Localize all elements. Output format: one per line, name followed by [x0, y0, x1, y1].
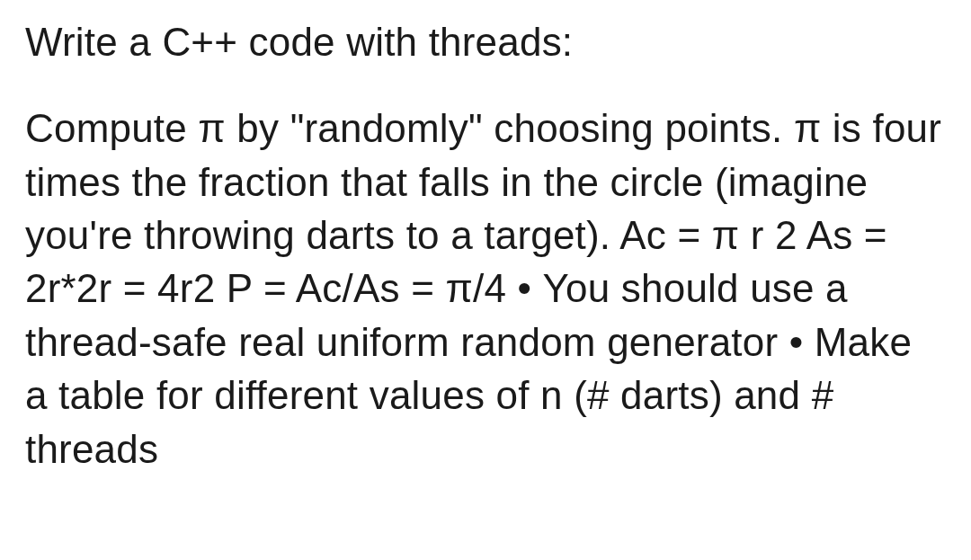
document-title: Write a C++ code with threads: [25, 16, 944, 67]
document-body: Compute π by "randomly" choosing points.… [25, 102, 944, 476]
